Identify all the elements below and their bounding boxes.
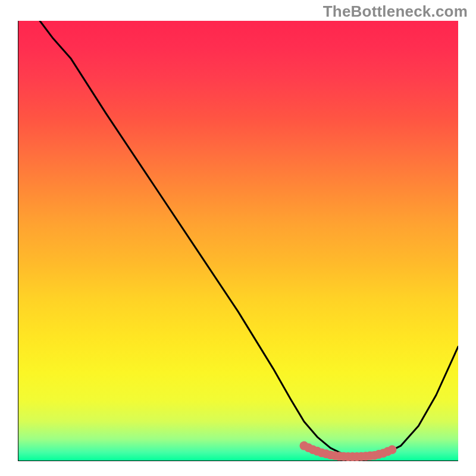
axes [18, 21, 458, 461]
watermark-text: TheBottleneck.com [323, 2, 468, 21]
highlight-marker [388, 445, 397, 454]
series-container [40, 21, 458, 461]
chart-plot-area [18, 21, 458, 461]
curve-path [40, 21, 458, 457]
chart-svg [18, 21, 458, 461]
